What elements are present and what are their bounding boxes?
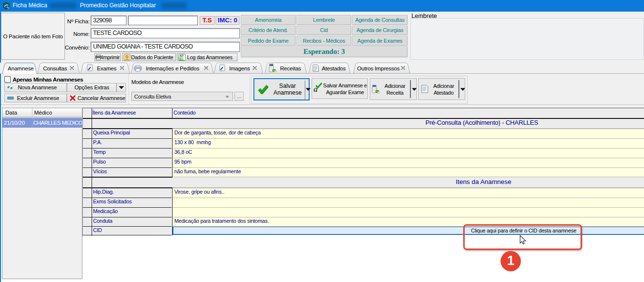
svg-text:Receitas: Receitas bbox=[280, 66, 301, 71]
svg-text:Atestados: Atestados bbox=[322, 66, 346, 71]
svg-text:LOG: LOG bbox=[179, 58, 184, 60]
svg-text:Imagens: Imagens bbox=[229, 66, 250, 71]
svg-text:Exames: Exames bbox=[97, 66, 117, 71]
svg-text:ACT: ACT bbox=[179, 55, 184, 57]
svg-text:Anamnese: Anamnese bbox=[8, 66, 33, 71]
svg-text:Outros Impressos: Outros Impressos bbox=[357, 66, 400, 71]
svg-text:Internações e Pedidos: Internações e Pedidos bbox=[146, 66, 200, 71]
svg-text:Consultas: Consultas bbox=[43, 66, 67, 71]
